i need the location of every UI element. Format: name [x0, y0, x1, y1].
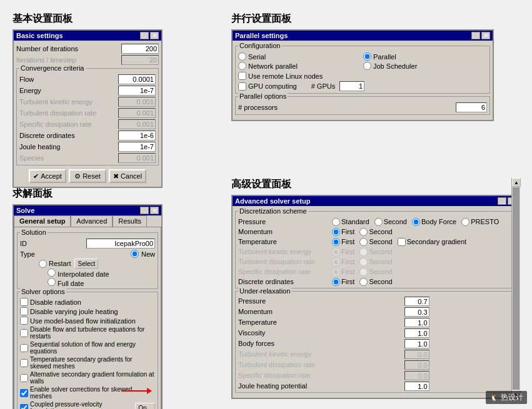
job-scheduler-radio[interactable]	[363, 62, 371, 70]
pressure-second-item: Second	[374, 218, 407, 226]
turb-dissipation-second-radio[interactable]	[359, 258, 368, 266]
job-scheduler-radio-item: Job Scheduler	[363, 62, 487, 70]
specific-dissipation-input[interactable]	[118, 119, 156, 129]
pressure-standard-item: Standard	[332, 218, 369, 226]
accept-button[interactable]: ✔ Accept	[29, 169, 66, 183]
basic-settings-titlebar: Basic settings _ ✕	[14, 31, 161, 41]
relax-specific-dissipation-input[interactable]	[404, 371, 429, 380]
specific-dissipation-second-radio[interactable]	[359, 268, 368, 276]
relax-joule-heating-input[interactable]	[404, 382, 429, 391]
specific-dissipation-disc-label: Specific dissipation rate	[238, 268, 332, 275]
relax-turb-kinetic-label: Turbulent kinetic energy	[238, 350, 399, 359]
close-btn[interactable]: ✕	[150, 32, 159, 39]
solve-minimize-btn[interactable]: _	[140, 207, 149, 214]
interpolated-radio[interactable]	[48, 269, 56, 277]
turb-kinetic-first-radio[interactable]	[332, 248, 340, 256]
sequential-checkbox[interactable]	[20, 344, 28, 352]
scroll-up-btn[interactable]: ▲	[512, 178, 521, 187]
scroll-thumb[interactable]	[513, 187, 519, 390]
parallel-radio[interactable]	[363, 52, 371, 61]
relax-pressure-input[interactable]	[404, 297, 429, 306]
accept-label: Accept	[41, 172, 62, 180]
temperature-secondary-checkbox[interactable]	[398, 238, 406, 246]
gpu-count-input[interactable]	[339, 81, 364, 91]
relax-joule-heating-label: Joule heating potential	[238, 382, 399, 391]
disable-joule-checkbox[interactable]	[20, 307, 28, 315]
pressure-presto-radio[interactable]	[461, 218, 469, 226]
parallel-minimize-btn[interactable]: _	[471, 32, 480, 39]
num-iterations-input[interactable]	[121, 44, 159, 54]
reset-button[interactable]: ⚙ Reset	[69, 169, 106, 183]
gpu-computing-checkbox[interactable]	[238, 82, 246, 91]
parallel-panel-title: Parallel settings	[235, 32, 288, 39]
minimize-btn[interactable]: _	[140, 32, 149, 39]
serial-radio[interactable]	[238, 52, 246, 61]
joule-heating-input[interactable]	[118, 142, 156, 152]
arrow-head	[147, 388, 152, 394]
enable-solver-checkbox[interactable]	[20, 389, 28, 397]
specific-dissipation-first-radio[interactable]	[332, 268, 340, 276]
tab-advanced[interactable]: Advanced	[71, 215, 113, 227]
pressure-standard-radio[interactable]	[332, 218, 340, 226]
restart-radio[interactable]	[39, 260, 47, 268]
tab-results[interactable]: Results	[113, 215, 147, 227]
relax-turb-kinetic-input[interactable]	[404, 350, 429, 359]
momentum-second-radio[interactable]	[359, 228, 368, 236]
parallel-close-btn[interactable]: ✕	[481, 32, 490, 39]
select-button[interactable]: Select	[74, 259, 98, 269]
options-button[interactable]: Op...	[135, 403, 155, 409]
use-model-item: Use model-based flow initialization	[20, 316, 155, 325]
relax-temperature-input[interactable]	[404, 318, 429, 327]
checkmark-icon: ✔	[33, 172, 39, 180]
relax-temperature-label: Temperature	[238, 318, 399, 327]
network-parallel-radio[interactable]	[238, 62, 246, 70]
temperature-first-radio[interactable]	[332, 238, 340, 246]
solve-tab-content: Solution ID Type New	[14, 227, 161, 409]
new-radio[interactable]	[131, 250, 139, 258]
processors-label: # processors	[238, 104, 456, 111]
relax-viscosity-input[interactable]	[404, 328, 429, 338]
processors-input[interactable]	[456, 102, 487, 112]
temperature-secondary-checkbox[interactable]	[20, 359, 28, 367]
flow-label: Flow	[19, 76, 118, 83]
cancel-icon: ✖	[113, 172, 119, 180]
discrete-ordinates-input[interactable]	[118, 131, 156, 140]
turb-dissipation-first-radio[interactable]	[332, 258, 340, 266]
cancel-button[interactable]: ✖ Cancel	[109, 169, 146, 183]
reset-icon: ⚙	[74, 172, 81, 180]
relax-body-forces-input[interactable]	[404, 339, 429, 348]
pressure-bodyforce-radio[interactable]	[412, 218, 420, 226]
turb-kinetic-disc-label: Turbulent kinetic energy	[238, 248, 332, 255]
use-model-checkbox[interactable]	[20, 317, 28, 325]
flow-input[interactable]	[118, 74, 156, 84]
disable-flow-checkbox[interactable]	[20, 329, 28, 337]
turb-kinetic-second-radio[interactable]	[359, 248, 368, 256]
iter-timestep-input[interactable]	[121, 55, 159, 65]
disable-radiation-checkbox[interactable]	[20, 298, 28, 306]
pressure-second-radio[interactable]	[374, 218, 383, 226]
advanced-minimize-btn[interactable]: _	[498, 197, 506, 205]
energy-input[interactable]	[118, 86, 156, 96]
discrete-ordinates-second-radio[interactable]	[359, 278, 368, 286]
tab-general-setup[interactable]: General setup	[14, 215, 71, 227]
solve-id-input[interactable]	[86, 239, 155, 249]
solve-type-row: Type New	[20, 249, 155, 259]
full-date-radio[interactable]	[48, 278, 56, 286]
species-label: Species	[19, 154, 118, 162]
alternative-secondary-checkbox[interactable]	[20, 374, 28, 382]
species-input[interactable]	[118, 153, 156, 163]
pressure-radio-group: Standard Second Body Force	[332, 218, 513, 226]
relax-momentum-input[interactable]	[404, 307, 429, 317]
coupled-pressure-checkbox[interactable]	[20, 404, 28, 410]
turb-kinetic-input[interactable]	[118, 97, 156, 107]
discrete-ordinates-first-radio[interactable]	[332, 278, 340, 286]
temperature-second-radio[interactable]	[359, 238, 368, 246]
use-remote-linux-checkbox[interactable]	[238, 72, 246, 80]
momentum-first-radio[interactable]	[332, 228, 340, 236]
turb-dissipation-input[interactable]	[118, 108, 156, 118]
relax-turb-dissipation-label: Turbulent dissipation rate	[238, 360, 399, 370]
species-row: Species	[19, 152, 156, 164]
advanced-panel: Advanced solver setup _ ✕ Discretization…	[231, 195, 520, 399]
relax-turb-dissipation-input[interactable]	[404, 360, 429, 370]
solve-close-btn[interactable]: ✕	[150, 207, 159, 214]
